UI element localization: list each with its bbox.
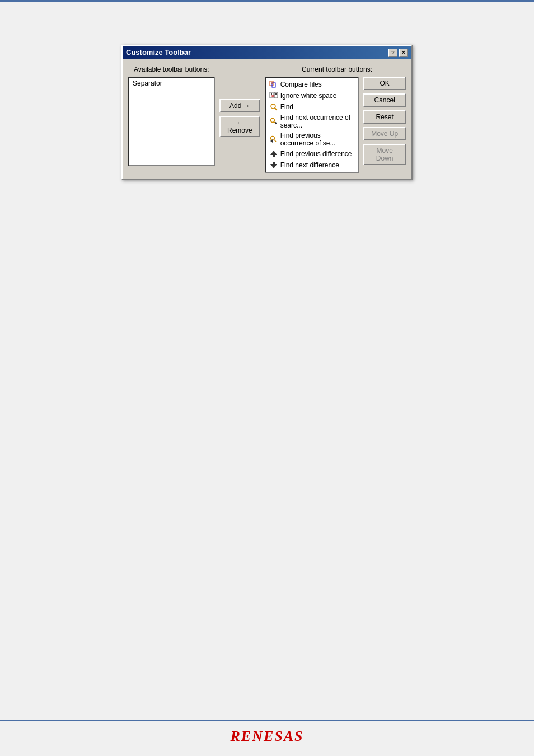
svg-text:ab: ab: [271, 94, 275, 97]
add-button[interactable]: Add →: [219, 99, 260, 112]
cancel-button[interactable]: Cancel: [363, 93, 406, 107]
dialog-title: Customize Toolbar: [126, 48, 191, 57]
svg-point-9: [271, 104, 275, 109]
list-item[interactable]: Find next occurrence of searc...: [267, 112, 357, 130]
close-button[interactable]: ✕: [399, 49, 408, 57]
ignore-whitespace-icon: ab: [269, 91, 278, 100]
available-list[interactable]: Separator: [128, 77, 215, 166]
current-section-label: Current toolbar buttons:: [302, 65, 372, 73]
find-prev-difference-icon: [269, 149, 278, 158]
section-labels: Available toolbar buttons: Current toolb…: [128, 65, 406, 73]
list-item[interactable]: Find previous difference: [267, 148, 357, 159]
help-button[interactable]: ?: [388, 49, 397, 57]
ignore-whitespace-label: Ignore white space: [280, 92, 337, 100]
dialog-titlebar: Customize Toolbar ? ✕: [123, 46, 411, 59]
compare-files-label: Compare files: [280, 81, 322, 88]
right-buttons: OK Cancel Reset Move Up Move Down: [363, 77, 406, 165]
ok-button[interactable]: OK: [363, 77, 406, 90]
svg-line-15: [274, 140, 276, 142]
dialog-overlay: Customize Toolbar ? ✕ Available toolbar …: [121, 45, 413, 180]
svg-marker-19: [270, 164, 277, 168]
bottom-area: RENESAS: [0, 720, 534, 756]
svg-rect-5: [274, 92, 278, 98]
find-next-occurrence-icon: [269, 117, 278, 126]
move-up-button[interactable]: Move Up: [363, 127, 406, 140]
list-item[interactable]: ab Ignore white space: [267, 90, 357, 101]
reset-button[interactable]: Reset: [363, 110, 406, 124]
list-item[interactable]: Find previous occurrence of se...: [267, 130, 357, 148]
svg-line-10: [275, 108, 277, 110]
svg-point-11: [270, 119, 274, 123]
svg-rect-20: [273, 162, 275, 164]
dialog-content-row: Separator Add → ← Remove: [128, 77, 406, 173]
move-down-button[interactable]: Move Down: [363, 144, 406, 165]
find-prev-occurrence-icon: [269, 135, 278, 144]
dialog-controls: ? ✕: [388, 49, 408, 57]
svg-marker-13: [275, 121, 277, 125]
top-border: [0, 0, 534, 2]
middle-buttons: Add → ← Remove: [219, 77, 260, 137]
find-icon: [269, 102, 278, 111]
list-item[interactable]: Compare files: [267, 79, 357, 90]
page: Customize Toolbar ? ✕ Available toolbar …: [0, 0, 534, 756]
bottom-border: [0, 720, 534, 721]
current-list[interactable]: Compare files ab: [265, 77, 359, 173]
find-label: Find: [280, 103, 293, 111]
available-section-label: Available toolbar buttons:: [134, 65, 246, 73]
brand-logo: RENESAS: [230, 728, 303, 745]
list-item-separator[interactable]: Separator: [130, 79, 213, 88]
customize-toolbar-dialog: Customize Toolbar ? ✕ Available toolbar …: [121, 45, 413, 180]
find-prev-difference-label: Find previous difference: [280, 150, 352, 158]
find-next-difference-icon: [269, 161, 278, 170]
find-prev-occurrence-label: Find previous occurrence of se...: [280, 132, 355, 147]
list-item[interactable]: Find: [267, 101, 357, 112]
list-item[interactable]: Find next difference: [267, 159, 357, 171]
remove-button[interactable]: ← Remove: [219, 116, 260, 137]
svg-marker-17: [270, 151, 277, 155]
find-next-difference-label: Find next difference: [280, 161, 339, 169]
svg-rect-18: [273, 155, 275, 157]
dialog-body: Available toolbar buttons: Current toolb…: [123, 59, 411, 179]
find-next-occurrence-label: Find next occurrence of searc...: [280, 114, 355, 129]
compare-files-icon: [269, 80, 278, 89]
